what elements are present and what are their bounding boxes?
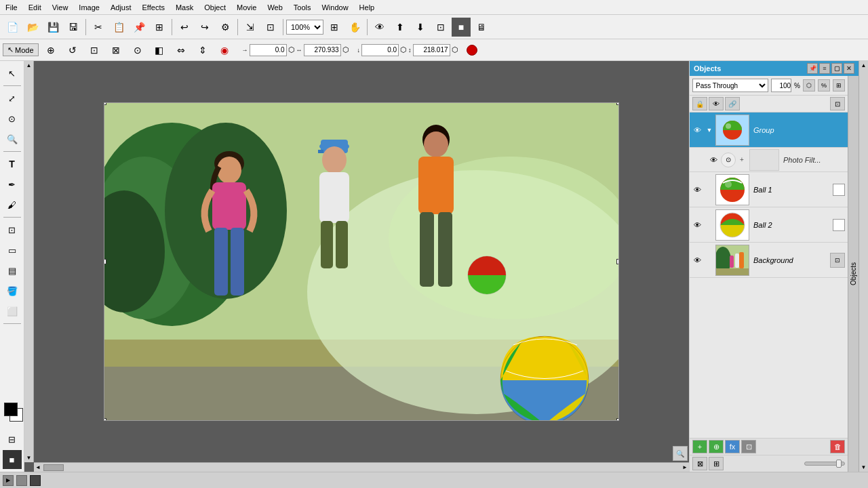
panel-close-btn[interactable]: ✕ <box>844 63 854 74</box>
select3-button[interactable]: ⊙ <box>128 41 147 60</box>
scroll-thumb-h[interactable] <box>43 464 64 471</box>
visibility-btn[interactable]: 👁 <box>709 97 724 110</box>
delete-layer-btn[interactable]: 🗑 <box>830 440 845 453</box>
menu-web[interactable]: Web <box>262 2 288 13</box>
scroll-down-btn[interactable]: ▼ <box>25 453 33 462</box>
menu-window[interactable]: Window <box>316 2 353 13</box>
h-scrollbar[interactable]: ◄ ► <box>34 462 689 472</box>
ball2-check[interactable] <box>833 219 845 231</box>
background-eye[interactable]: 👁 <box>690 256 705 264</box>
open-button[interactable]: 📂 <box>23 18 42 37</box>
lasso-tool[interactable]: ⊙ <box>3 109 22 128</box>
play-btn[interactable]: ▶ <box>3 475 14 486</box>
flip-v-button[interactable]: ⇕ <box>193 41 212 60</box>
width-input[interactable]: 270.933 <box>304 44 341 56</box>
channel-btn[interactable]: ⊞ <box>833 79 845 92</box>
ball1-eye[interactable]: 👁 <box>690 186 705 194</box>
menu-file[interactable]: File <box>0 2 23 13</box>
link-btn[interactable]: 🔗 <box>725 97 740 110</box>
paint-tool[interactable]: 🪣 <box>3 281 22 300</box>
opacity-slider-thumb[interactable] <box>836 460 842 468</box>
crosshair-button[interactable]: ⊕ <box>41 41 60 60</box>
layer-ball2[interactable]: 👁 <box>690 207 848 243</box>
export-button[interactable]: ⬆ <box>391 18 410 37</box>
handle-mr[interactable] <box>616 259 619 264</box>
pointer-tool[interactable]: ↖ <box>3 64 22 83</box>
undo-button[interactable]: ↩ <box>175 18 194 37</box>
scroll-left-btn[interactable]: ◄ <box>34 463 42 472</box>
cut-button[interactable]: ✂ <box>89 18 108 37</box>
handle-tl[interactable] <box>104 102 106 105</box>
add-layer-btn[interactable]: + <box>692 440 707 453</box>
canvas-area[interactable]: ▲ ▼ <box>24 61 689 472</box>
quick-mask-btn[interactable]: ⊟ <box>3 430 22 449</box>
import-button[interactable]: ⬇ <box>411 18 430 37</box>
menu-help[interactable]: Help <box>354 2 380 13</box>
add-mask-btn[interactable]: ⊡ <box>741 440 756 453</box>
ball2-eye[interactable]: 👁 <box>690 221 705 229</box>
text-tool[interactable]: T <box>3 155 22 174</box>
scroll-up-btn[interactable]: ▲ <box>25 61 33 70</box>
percent-btn[interactable]: % <box>818 79 830 92</box>
handle-bl[interactable] <box>104 418 106 421</box>
menu-mask[interactable]: Mask <box>170 2 199 13</box>
scroll-right-btn[interactable]: ► <box>681 463 689 472</box>
foreground-color[interactable] <box>4 403 18 416</box>
handle-tr[interactable] <box>616 102 619 105</box>
redo-button[interactable]: ↪ <box>195 18 214 37</box>
select2-button[interactable]: ⊠ <box>106 41 125 60</box>
color-btn[interactable]: ■ <box>452 18 471 37</box>
menu-image[interactable]: Image <box>73 2 105 13</box>
copy-button[interactable]: 📋 <box>109 18 128 37</box>
lock-btn[interactable]: 🔒 <box>692 97 707 110</box>
menu-view[interactable]: View <box>47 2 74 13</box>
select4-button[interactable]: ◧ <box>150 41 169 60</box>
opacity-input[interactable]: 100 <box>771 79 791 92</box>
panel-pin-btn[interactable]: 📌 <box>807 63 818 74</box>
menu-effects[interactable]: Effects <box>137 2 170 13</box>
panel-menu-btn[interactable]: ≡ <box>819 63 830 74</box>
magnify-tool[interactable]: 🔍 <box>3 129 22 148</box>
right-panel-scrollbar[interactable]: ▲ ▼ <box>859 61 868 472</box>
crop-button[interactable]: ⊡ <box>431 18 450 37</box>
script-button[interactable]: ⚙ <box>216 18 235 37</box>
dist-button[interactable]: ◉ <box>215 41 234 60</box>
rotate-button[interactable]: ↺ <box>63 41 82 60</box>
flip-h-button[interactable]: ⇔ <box>172 41 191 60</box>
select-mode-button[interactable]: ↖ Mode <box>3 43 39 56</box>
save-button[interactable]: 💾 <box>43 18 62 37</box>
handle-ml[interactable] <box>104 259 106 264</box>
eye-button[interactable]: 👁 <box>370 18 389 37</box>
snap-btn[interactable]: ⊠ <box>692 457 707 470</box>
group-expand[interactable]: ▼ <box>705 127 714 134</box>
zoom-indicator[interactable]: 🔍 <box>673 446 688 461</box>
transform2-button[interactable]: ⊡ <box>261 18 280 37</box>
layer-option-btn[interactable]: ⊡ <box>830 97 845 110</box>
add-group-btn[interactable]: ⊕ <box>709 440 724 453</box>
crop-tool[interactable]: ⊡ <box>3 220 22 239</box>
layer-ball1[interactable]: 👁 <box>690 172 848 207</box>
menu-movie[interactable]: Movie <box>231 2 262 13</box>
display-button[interactable]: 🖥 <box>472 18 491 37</box>
menu-adjust[interactable]: Adjust <box>105 2 137 13</box>
add-effect-btn[interactable]: fx <box>725 440 740 453</box>
menu-object[interactable]: Object <box>199 2 231 13</box>
hand-tool-button[interactable]: ✋ <box>345 18 364 37</box>
opacity-spin-btn[interactable]: ⬡ <box>803 79 815 92</box>
x-input[interactable]: 0.0 <box>250 44 287 56</box>
menu-tools[interactable]: Tools <box>288 2 317 13</box>
record-button[interactable] <box>467 45 477 56</box>
panel-scroll-up[interactable]: ▲ <box>860 61 868 70</box>
layer-group[interactable]: 👁 ▼ Grou <box>690 113 848 148</box>
paste-special-button[interactable]: ⊞ <box>150 18 169 37</box>
zoom-tool[interactable]: ⤢ <box>3 89 22 108</box>
photo-filter-eye[interactable]: 👁 <box>706 156 721 164</box>
zoom-select[interactable]: 100% <box>286 20 323 35</box>
brush-tool[interactable]: 🖌 <box>3 195 22 214</box>
opacity-slider-track[interactable] <box>804 462 845 466</box>
grid-btn[interactable]: ⊞ <box>709 457 724 470</box>
background-expand-btn[interactable]: ⊡ <box>830 253 845 268</box>
gradient-tool[interactable]: ▤ <box>3 261 22 280</box>
zoom-fit-button[interactable]: ⊞ <box>325 18 344 37</box>
ball1-check[interactable] <box>833 184 845 196</box>
